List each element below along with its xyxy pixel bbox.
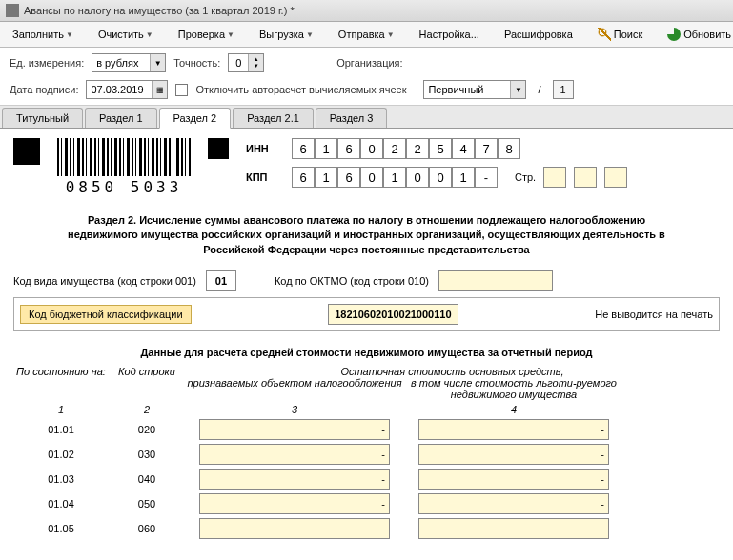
value-input-obj[interactable]: [199, 469, 390, 490]
col-header-lgot: в том числе стоимость льготи-руемого нед…: [404, 377, 623, 400]
barcode-text: 0850 5033: [66, 178, 183, 196]
row-code: 030: [109, 449, 185, 460]
precision-label: Точность:: [173, 57, 220, 69]
row-date: 01.01: [13, 424, 109, 435]
clear-button[interactable]: Очистить▼: [92, 26, 160, 43]
chevron-down-icon: ▼: [66, 30, 73, 39]
value-input-obj[interactable]: [199, 493, 390, 514]
data-section-title: Данные для расчета средней стоимости нед…: [13, 347, 720, 358]
inn-cell[interactable]: 1: [315, 138, 337, 159]
oktmo-input[interactable]: [438, 270, 553, 291]
calendar-icon[interactable]: ▦: [152, 81, 167, 98]
inn-cell[interactable]: 5: [429, 138, 452, 159]
page-label: Стр.: [515, 171, 536, 183]
kbk-label: Код бюджетной классификации: [20, 305, 192, 324]
chevron-down-icon: ▼: [387, 30, 395, 39]
inn-cell[interactable]: 7: [475, 138, 498, 159]
value-input-lgot[interactable]: [418, 469, 609, 490]
inn-cells: 6160225478: [292, 138, 520, 159]
kpp-cell[interactable]: 1: [383, 167, 406, 188]
page-cell[interactable]: [574, 167, 597, 188]
kpp-cells: 61601001-: [292, 167, 498, 188]
chevron-down-icon: ▼: [146, 30, 153, 39]
oktmo-label: Код по ОКТМО (код строки 010): [275, 275, 429, 287]
settings-button[interactable]: Настройка...: [413, 26, 486, 43]
tab-title[interactable]: Титульный: [2, 108, 83, 128]
kpp-cell[interactable]: 6: [337, 167, 360, 188]
kpp-cell[interactable]: 1: [315, 167, 337, 188]
date-input[interactable]: ▦: [86, 80, 168, 99]
titlebar: Авансы по налогу на имущество (за 1 квар…: [0, 0, 733, 22]
table-row: 01.04050: [13, 493, 720, 514]
refresh-button[interactable]: Обновить: [661, 25, 733, 44]
decrypt-button[interactable]: Расшифровка: [498, 26, 580, 43]
disable-autocalc-checkbox[interactable]: [175, 84, 188, 96]
value-input-lgot[interactable]: [418, 444, 609, 465]
value-input-lgot[interactable]: [418, 419, 609, 440]
page-num-input[interactable]: [553, 80, 574, 99]
inn-label: ИНН: [246, 143, 284, 154]
check-button[interactable]: Проверка▼: [172, 26, 241, 43]
value-input-obj[interactable]: [199, 444, 390, 465]
inn-cell[interactable]: 6: [337, 138, 360, 159]
inn-cell[interactable]: 2: [383, 138, 406, 159]
inn-cell[interactable]: 0: [360, 138, 383, 159]
primary-select[interactable]: ▼: [423, 80, 526, 99]
inn-cell[interactable]: 6: [292, 138, 315, 159]
col-header-obj: признаваемых объектом налогообложения: [185, 377, 404, 400]
table-row: 01.03040: [13, 469, 720, 490]
chevron-down-icon: ▼: [306, 30, 314, 39]
barcode: 0850 5033: [57, 138, 191, 196]
inn-cell[interactable]: 2: [406, 138, 429, 159]
tab-section2[interactable]: Раздел 2: [159, 108, 232, 129]
precision-select[interactable]: ▲▼: [228, 53, 264, 72]
kpp-cell[interactable]: -: [475, 167, 498, 188]
kpp-cell[interactable]: 6: [292, 167, 315, 188]
kbk-row: Код бюджетной классификации 182106020100…: [13, 297, 720, 331]
fill-button[interactable]: Заполнить▼: [6, 26, 80, 43]
property-code-value[interactable]: 01: [206, 270, 236, 291]
kbk-value[interactable]: 18210602010021000110: [328, 304, 458, 325]
row-date: 01.03: [13, 473, 109, 485]
refresh-icon: [667, 28, 681, 41]
upload-button[interactable]: Выгрузка▼: [253, 26, 320, 43]
send-button[interactable]: Отправка▼: [332, 26, 401, 43]
inn-cell[interactable]: 4: [452, 138, 475, 159]
kpp-cell[interactable]: 0: [406, 167, 429, 188]
row-date: 01.05: [13, 523, 109, 534]
chevron-down-icon[interactable]: ▼: [510, 81, 525, 98]
page-cell[interactable]: [543, 167, 566, 188]
marker-square: [208, 138, 229, 159]
inn-cell[interactable]: 8: [498, 138, 520, 159]
row-code: 050: [109, 498, 185, 510]
page-cell[interactable]: [604, 167, 627, 188]
tab-section1[interactable]: Раздел 1: [85, 108, 157, 128]
spinner-icon[interactable]: ▲▼: [248, 54, 263, 71]
col-header-ost: Остаточная стоимость основных средств,: [185, 366, 720, 377]
tabs: Титульный Раздел 1 Раздел 2 Раздел 2.1 Р…: [0, 106, 733, 129]
value-input-lgot[interactable]: [418, 518, 609, 539]
disable-autocalc-label: Отключить авторасчет вычисляемых ячеек: [195, 84, 406, 95]
row-code: 040: [109, 473, 185, 485]
data-table: По состоянию на: Код строки Остаточная с…: [13, 366, 720, 539]
row-code: 020: [109, 424, 185, 435]
unit-select[interactable]: ▼: [92, 53, 166, 72]
chevron-down-icon[interactable]: ▼: [150, 54, 165, 71]
table-row: 01.05060: [13, 518, 720, 539]
col-header-date: По состоянию на:: [13, 366, 109, 400]
search-icon: [598, 28, 611, 41]
value-input-obj[interactable]: [199, 518, 390, 539]
kpp-cell[interactable]: 0: [429, 167, 452, 188]
kpp-cell[interactable]: 1: [452, 167, 475, 188]
value-input-obj[interactable]: [199, 419, 390, 440]
row-date: 01.04: [13, 498, 109, 510]
kpp-cell[interactable]: 0: [360, 167, 383, 188]
tab-section2-1[interactable]: Раздел 2.1: [233, 108, 314, 128]
toolbar: Заполнить▼ Очистить▼ Проверка▼ Выгрузка▼…: [0, 22, 733, 48]
value-input-lgot[interactable]: [418, 493, 609, 514]
form-area: 0850 5033 ИНН 6160225478 КПП 61601001- С…: [0, 129, 733, 560]
table-row: 01.02030: [13, 444, 720, 465]
search-button[interactable]: Поиск: [591, 25, 649, 44]
tab-section3[interactable]: Раздел 3: [316, 108, 388, 128]
date-label: Дата подписи:: [10, 84, 78, 95]
